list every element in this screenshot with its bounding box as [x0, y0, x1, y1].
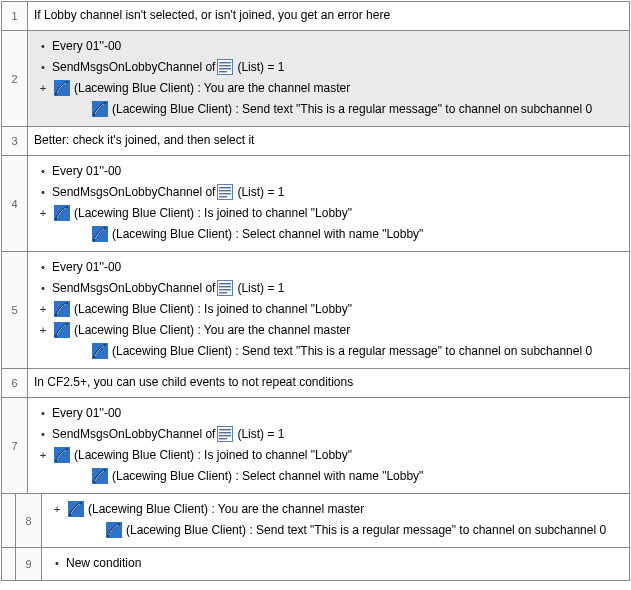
svg-rect-25	[219, 435, 231, 436]
event-row[interactable]: 9•New condition	[2, 548, 629, 580]
condition-line[interactable]: •SendMsgsOnLobbyChannel of (List) = 1	[34, 278, 623, 298]
action-line[interactable]: (Lacewing Blue Client) : Select channel …	[34, 224, 623, 244]
action-line[interactable]: (Lacewing Blue Client) : Send text "This…	[48, 520, 623, 540]
condition-text: (List) = 1	[237, 185, 284, 199]
event-content: +(Lacewing Blue Client) : You are the ch…	[42, 494, 629, 547]
lacewing-client-icon	[106, 522, 122, 538]
plus-marker-icon: +	[34, 303, 52, 316]
condition-line[interactable]: •SendMsgsOnLobbyChannel of (List) = 1	[34, 424, 623, 444]
action-text: (Lacewing Blue Client) : Select channel …	[112, 469, 423, 483]
event-number[interactable]: 4	[2, 156, 28, 251]
condition-text: (Lacewing Blue Client) : You are the cha…	[74, 323, 350, 337]
bullet-dot-icon: •	[34, 407, 52, 419]
lacewing-client-icon	[54, 80, 70, 96]
action-text: (Lacewing Blue Client) : Send text "This…	[112, 102, 592, 116]
lacewing-client-icon	[92, 226, 108, 242]
svg-rect-18	[219, 292, 227, 293]
condition-line-add[interactable]: +(Lacewing Blue Client) : Is joined to c…	[34, 445, 623, 465]
svg-rect-4	[219, 71, 227, 72]
event-content: •New condition	[42, 548, 629, 580]
condition-text: New condition	[66, 556, 141, 570]
event-content: •Every 01''-00•SendMsgsOnLobbyChannel of…	[28, 252, 629, 368]
comment-text[interactable]: If Lobby channel isn't selected, or isn'…	[34, 6, 623, 24]
action-line[interactable]: (Lacewing Blue Client) : Send text "This…	[34, 341, 623, 361]
condition-line[interactable]: •Every 01''-00	[34, 36, 623, 56]
svg-rect-26	[219, 438, 227, 439]
action-line[interactable]: (Lacewing Blue Client) : Select channel …	[34, 466, 623, 486]
condition-line[interactable]: •Every 01''-00	[34, 257, 623, 277]
condition-text: (Lacewing Blue Client) : Is joined to ch…	[74, 206, 352, 220]
svg-rect-1	[219, 62, 231, 63]
lacewing-client-icon	[54, 447, 70, 463]
svg-rect-8	[219, 187, 231, 188]
svg-rect-17	[219, 289, 231, 290]
lacewing-client-icon	[68, 501, 84, 517]
condition-text: (List) = 1	[237, 60, 284, 74]
svg-rect-11	[219, 196, 227, 197]
svg-rect-9	[219, 190, 231, 191]
event-number[interactable]: 8	[16, 494, 42, 547]
lacewing-client-icon	[92, 468, 108, 484]
event-content: Better: check it's joined, and then sele…	[28, 127, 629, 155]
event-row[interactable]: 2•Every 01''-00•SendMsgsOnLobbyChannel o…	[2, 31, 629, 127]
lacewing-client-icon	[92, 343, 108, 359]
event-row[interactable]: 3Better: check it's joined, and then sel…	[2, 127, 629, 156]
child-indent-spacer	[2, 494, 16, 547]
action-line[interactable]: (Lacewing Blue Client) : Send text "This…	[34, 99, 623, 119]
action-text: (Lacewing Blue Client) : Send text "This…	[112, 344, 592, 358]
condition-text: Every 01''-00	[52, 164, 121, 178]
event-content: •Every 01''-00•SendMsgsOnLobbyChannel of…	[28, 398, 629, 493]
event-number[interactable]: 2	[2, 31, 28, 126]
condition-line-add[interactable]: +(Lacewing Blue Client) : You are the ch…	[48, 499, 623, 519]
condition-text: (Lacewing Blue Client) : Is joined to ch…	[74, 448, 352, 462]
bullet-dot-icon: •	[34, 165, 52, 177]
condition-line-add[interactable]: +(Lacewing Blue Client) : Is joined to c…	[34, 299, 623, 319]
condition-text: SendMsgsOnLobbyChannel of	[52, 60, 215, 74]
condition-text: (Lacewing Blue Client) : Is joined to ch…	[74, 302, 352, 316]
event-row[interactable]: 5•Every 01''-00•SendMsgsOnLobbyChannel o…	[2, 252, 629, 369]
bullet-dot-icon: •	[34, 61, 52, 73]
event-content: •Every 01''-00•SendMsgsOnLobbyChannel of…	[28, 156, 629, 251]
condition-line-add[interactable]: +(Lacewing Blue Client) : You are the ch…	[34, 320, 623, 340]
event-row[interactable]: 8+(Lacewing Blue Client) : You are the c…	[2, 494, 629, 548]
event-number[interactable]: 5	[2, 252, 28, 368]
bullet-dot-icon: •	[48, 557, 66, 569]
list-object-icon	[217, 280, 233, 296]
svg-rect-2	[219, 65, 231, 66]
event-number[interactable]: 9	[16, 548, 42, 580]
svg-rect-24	[219, 432, 231, 433]
lacewing-client-icon	[54, 205, 70, 221]
condition-line[interactable]: •SendMsgsOnLobbyChannel of (List) = 1	[34, 57, 623, 77]
condition-line[interactable]: •Every 01''-00	[34, 403, 623, 423]
plus-marker-icon: +	[34, 449, 52, 462]
event-number[interactable]: 3	[2, 127, 28, 155]
event-number[interactable]: 6	[2, 369, 28, 397]
condition-text: (Lacewing Blue Client) : You are the cha…	[88, 502, 364, 516]
event-number[interactable]: 1	[2, 2, 28, 30]
bullet-dot-icon: •	[34, 428, 52, 440]
event-row[interactable]: 1If Lobby channel isn't selected, or isn…	[2, 2, 629, 31]
list-object-icon	[217, 184, 233, 200]
action-text: (Lacewing Blue Client) : Send text "This…	[126, 523, 606, 537]
condition-text: (List) = 1	[237, 427, 284, 441]
condition-line-add[interactable]: +(Lacewing Blue Client) : You are the ch…	[34, 78, 623, 98]
condition-text: SendMsgsOnLobbyChannel of	[52, 427, 215, 441]
event-row[interactable]: 4•Every 01''-00•SendMsgsOnLobbyChannel o…	[2, 156, 629, 252]
condition-line[interactable]: •New condition	[48, 553, 623, 573]
event-row[interactable]: 6In CF2.5+, you can use child events to …	[2, 369, 629, 398]
condition-line[interactable]: •SendMsgsOnLobbyChannel of (List) = 1	[34, 182, 623, 202]
svg-rect-10	[219, 193, 231, 194]
condition-text: SendMsgsOnLobbyChannel of	[52, 185, 215, 199]
event-row[interactable]: 7•Every 01''-00•SendMsgsOnLobbyChannel o…	[2, 398, 629, 494]
condition-text: Every 01''-00	[52, 260, 121, 274]
comment-text[interactable]: In CF2.5+, you can use child events to n…	[34, 373, 623, 391]
condition-line[interactable]: •Every 01''-00	[34, 161, 623, 181]
event-content: •Every 01''-00•SendMsgsOnLobbyChannel of…	[28, 31, 629, 126]
child-indent-spacer	[2, 548, 16, 580]
condition-line-add[interactable]: +(Lacewing Blue Client) : Is joined to c…	[34, 203, 623, 223]
event-list-editor: 1If Lobby channel isn't selected, or isn…	[1, 1, 630, 581]
svg-rect-15	[219, 283, 231, 284]
comment-text[interactable]: Better: check it's joined, and then sele…	[34, 131, 623, 149]
plus-marker-icon: +	[34, 82, 52, 95]
event-number[interactable]: 7	[2, 398, 28, 493]
